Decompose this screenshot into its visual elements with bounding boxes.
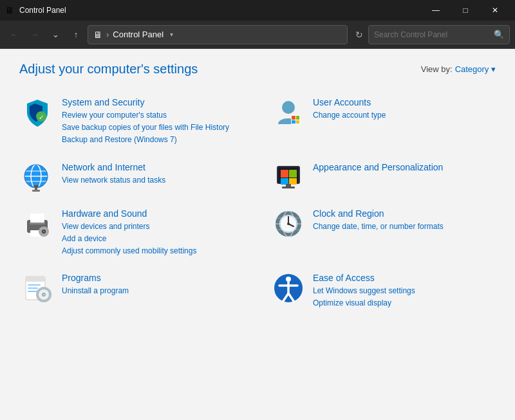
svg-point-31 bbox=[43, 230, 45, 232]
svg-rect-23 bbox=[286, 184, 291, 187]
svg-rect-6 bbox=[292, 120, 295, 123]
recent-locations-button[interactable]: ⌄ bbox=[46, 26, 64, 44]
system-security-title[interactable]: System and Security bbox=[62, 97, 242, 107]
programs-title[interactable]: Programs bbox=[62, 273, 242, 283]
svg-rect-20 bbox=[289, 170, 297, 178]
appearance-info: Appearance and Personalization bbox=[313, 162, 493, 174]
category-ease-of-access: Ease of Access Let Windows suggest setti… bbox=[270, 268, 496, 315]
navigation-bar: ← → ⌄ ↑ 🖥 › Control Panel ▾ ↻ 🔍 bbox=[0, 21, 515, 49]
ease-of-access-info: Ease of Access Let Windows suggest setti… bbox=[313, 273, 493, 309]
address-bar[interactable]: 🖥 › Control Panel ▾ bbox=[88, 25, 348, 44]
minimize-button[interactable]: — bbox=[421, 0, 451, 21]
svg-point-2 bbox=[282, 101, 295, 114]
viewby-value[interactable]: Category ▾ bbox=[455, 64, 496, 74]
hardware-sound-link-1[interactable]: Add a device bbox=[62, 233, 242, 245]
svg-rect-24 bbox=[282, 187, 295, 188]
refresh-button[interactable]: ↻ bbox=[353, 28, 366, 41]
svg-rect-19 bbox=[281, 170, 288, 178]
svg-rect-14 bbox=[33, 185, 39, 187]
system-security-link-2[interactable]: Backup and Restore (Windows 7) bbox=[62, 134, 242, 146]
category-network-internet: Network and Internet View network status… bbox=[19, 157, 245, 198]
view-by: View by: Category ▾ bbox=[421, 64, 496, 74]
search-input[interactable] bbox=[374, 30, 490, 39]
window-controls: — □ ✕ bbox=[421, 0, 510, 21]
category-hardware-sound: Hardware and Sound View devices and prin… bbox=[19, 203, 245, 263]
svg-rect-26 bbox=[30, 223, 45, 224]
clock-region-title[interactable]: Clock and Region bbox=[313, 208, 493, 219]
category-system-security: ✓ System and Security Review your comput… bbox=[19, 92, 245, 152]
hardware-sound-title[interactable]: Hardware and Sound bbox=[62, 208, 242, 219]
clock-region-link-0[interactable]: Change date, time, or number formats bbox=[313, 221, 493, 233]
appearance-title[interactable]: Appearance and Personalization bbox=[313, 162, 493, 172]
hardware-sound-link-0[interactable]: View devices and printers bbox=[62, 221, 242, 233]
address-icon: 🖥 bbox=[93, 30, 102, 40]
up-button[interactable]: ↑ bbox=[67, 26, 85, 44]
search-icon: 🔍 bbox=[494, 30, 504, 39]
system-security-info: System and Security Review your computer… bbox=[62, 97, 242, 147]
hardware-sound-link-2[interactable]: Adjust commonly used mobility settings bbox=[62, 245, 242, 257]
app-icon: 🖥 bbox=[5, 5, 14, 15]
page-header: Adjust your computer's settings View by:… bbox=[19, 62, 496, 77]
network-internet-title[interactable]: Network and Internet bbox=[62, 162, 242, 172]
system-security-link-0[interactable]: Review your computer's status bbox=[62, 109, 242, 122]
system-security-link-1[interactable]: Save backup copies of your files with Fi… bbox=[62, 122, 242, 134]
svg-point-50 bbox=[43, 294, 45, 296]
svg-rect-7 bbox=[296, 120, 299, 123]
ease-of-access-link-0[interactable]: Let Windows suggest settings bbox=[313, 285, 493, 297]
network-internet-info: Network and Internet View network status… bbox=[62, 162, 242, 187]
clock-region-info: Clock and Region Change date, time, or n… bbox=[313, 208, 493, 233]
svg-rect-45 bbox=[28, 288, 38, 289]
clock-region-icon bbox=[273, 208, 304, 239]
network-internet-link-0[interactable]: View network status and tasks bbox=[62, 174, 242, 187]
ease-of-access-link-1[interactable]: Optimize visual display bbox=[313, 297, 493, 309]
svg-rect-16 bbox=[32, 190, 40, 192]
search-bar[interactable]: 🔍 bbox=[368, 25, 510, 44]
category-clock-region: Clock and Region Change date, time, or n… bbox=[270, 203, 496, 263]
address-dropdown-icon[interactable]: ▾ bbox=[170, 31, 173, 38]
address-text: Control Panel bbox=[113, 30, 164, 39]
programs-link-0[interactable]: Uninstall a program bbox=[62, 285, 242, 297]
user-accounts-link-0[interactable]: Change account type bbox=[313, 109, 493, 122]
svg-rect-21 bbox=[281, 178, 288, 185]
maximize-button[interactable]: □ bbox=[451, 0, 480, 21]
network-internet-icon bbox=[22, 162, 53, 193]
hardware-sound-info: Hardware and Sound View devices and prin… bbox=[62, 208, 242, 258]
svg-rect-44 bbox=[28, 284, 41, 286]
back-button[interactable]: ← bbox=[5, 26, 23, 44]
viewby-label: View by: bbox=[421, 64, 453, 74]
category-appearance: Appearance and Personalization bbox=[270, 157, 496, 198]
svg-point-41 bbox=[287, 223, 290, 225]
hardware-sound-icon bbox=[22, 208, 53, 239]
close-button[interactable]: ✕ bbox=[480, 0, 510, 21]
svg-rect-4 bbox=[292, 116, 295, 120]
window-title: Control Panel bbox=[19, 6, 416, 15]
appearance-icon bbox=[273, 162, 304, 193]
title-bar: 🖥 Control Panel — □ ✕ bbox=[0, 0, 515, 21]
svg-text:✓: ✓ bbox=[39, 114, 44, 121]
programs-icon bbox=[22, 273, 53, 304]
categories-grid: ✓ System and Security Review your comput… bbox=[19, 92, 496, 315]
svg-rect-27 bbox=[30, 214, 44, 223]
user-accounts-info: User Accounts Change account type bbox=[313, 97, 493, 122]
page-title: Adjust your computer's settings bbox=[19, 62, 198, 77]
ease-of-access-icon bbox=[273, 273, 304, 304]
ease-of-access-title[interactable]: Ease of Access bbox=[313, 273, 493, 283]
address-separator: › bbox=[106, 30, 109, 39]
main-content: Adjust your computer's settings View by:… bbox=[0, 49, 515, 420]
svg-rect-5 bbox=[296, 116, 299, 120]
system-security-icon: ✓ bbox=[22, 97, 53, 128]
category-user-accounts: User Accounts Change account type bbox=[270, 92, 496, 152]
user-accounts-title[interactable]: User Accounts bbox=[313, 97, 493, 107]
svg-rect-43 bbox=[26, 277, 45, 282]
programs-info: Programs Uninstall a program bbox=[62, 273, 242, 297]
forward-button[interactable]: → bbox=[26, 26, 44, 44]
svg-rect-22 bbox=[289, 178, 297, 185]
user-accounts-icon bbox=[273, 97, 304, 128]
category-programs: Programs Uninstall a program bbox=[19, 268, 245, 315]
